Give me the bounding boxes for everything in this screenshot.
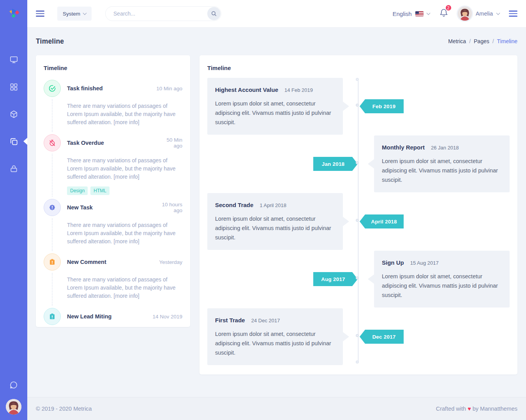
activity-tags: Design HTML: [67, 186, 182, 195]
event-text: Lorem ipsum dolor sit amet, consectetur …: [382, 156, 502, 185]
event-box-arrow: [343, 332, 349, 341]
event-box-arrow: [368, 274, 374, 284]
us-flag-icon: [415, 11, 424, 16]
timeline-event-box: First Trade 24 Dec 2017 Lorem ipsum dolo…: [207, 308, 343, 365]
language-selector[interactable]: English: [392, 11, 429, 17]
active-item-arrow: [23, 138, 27, 145]
breadcrumb-separator: /: [492, 38, 494, 44]
system-dropdown[interactable]: System: [57, 7, 92, 21]
timeline-date-badge: Jan 2018: [313, 157, 358, 171]
topbar: System English 2: [27, 0, 526, 27]
timeline-date-badge: Aug 2017: [313, 272, 358, 286]
copyright-text: © 2019 - 2020 Metrica: [36, 406, 92, 412]
activity-title: New Task: [67, 204, 93, 211]
event-date: 26 Jan 2018: [431, 145, 459, 151]
breadcrumb-separator: /: [469, 38, 471, 44]
sidebar-nav: [0, 46, 27, 182]
timeline-end-dot: [356, 78, 359, 81]
event-text: Lorem ipsum dolor sit amet, consectetur …: [215, 214, 335, 242]
sidebar-item-authentication[interactable]: [0, 155, 27, 182]
chevron-down-icon: [83, 11, 87, 15]
search-button[interactable]: [207, 7, 221, 20]
activity-time: 10 hours ago: [158, 202, 182, 213]
list-item: Task Overdue 50 Min ago There are many v…: [44, 134, 182, 199]
activity-time: 50 Min ago: [158, 137, 182, 149]
pages-copy-icon: [9, 137, 18, 146]
event-date: 15 Aug 2017: [410, 260, 439, 266]
package-icon: [9, 110, 18, 119]
monitor-icon: [9, 55, 18, 64]
event-box-arrow: [368, 159, 374, 169]
event-title: Monthly Report: [382, 144, 425, 151]
language-label: English: [392, 11, 411, 17]
timeline-event-box: Second Trade 1 April 2018 Lorem ipsum do…: [207, 193, 343, 250]
timeline-node-dot: [356, 104, 359, 107]
tag-badge: Design: [67, 186, 88, 195]
system-dropdown-label: System: [63, 11, 80, 17]
activity-time: Yesterday: [159, 259, 182, 265]
list-item: New Comment Yesterday There are many var…: [44, 253, 182, 308]
chevron-down-icon: [496, 11, 500, 15]
breadcrumb-section[interactable]: Pages: [474, 38, 489, 44]
breadcrumb-root[interactable]: Metrica: [448, 38, 466, 44]
search-bar: [105, 6, 221, 21]
timeline-connector: [52, 273, 53, 306]
footer: © 2019 - 2020 Metrica Crafted with♥by Ma…: [27, 397, 526, 420]
timeline-event-box: Sign Up 15 Aug 2017 Lorem ipsum dolor si…: [374, 251, 510, 308]
event-box-arrow: [343, 217, 349, 226]
timeline-axis: [358, 81, 359, 363]
user-avatar: [458, 7, 472, 21]
timeline-event-box: Highest Account Value 14 Feb 2019 Lorem …: [207, 78, 343, 135]
chat-button[interactable]: [9, 380, 18, 391]
topbar-right: English 2: [392, 7, 526, 21]
event-title: First Trade: [215, 317, 245, 323]
timeline-date-badge: April 2018: [360, 214, 404, 228]
lock-icon: [9, 164, 18, 173]
event-text: Lorem ipsum dolor sit amet, consectetur …: [215, 99, 335, 127]
search-input[interactable]: [105, 6, 221, 21]
user-name: Amelia: [476, 11, 493, 17]
notifications-button[interactable]: 2: [439, 8, 448, 19]
activity-text: There are many variations of passages of…: [67, 221, 182, 246]
timeline-connector: [52, 99, 53, 132]
timeline-connector: [52, 218, 53, 251]
tag-badge: HTML: [90, 186, 109, 195]
timeline-node-dot: [356, 219, 359, 222]
timeline-end-dot: [356, 360, 359, 364]
timeline-node-dot: [356, 276, 359, 279]
list-item: Task finished 10 Min ago There are many …: [44, 80, 182, 134]
menu-toggle-button[interactable]: [36, 9, 44, 18]
user-menu[interactable]: Amelia: [458, 7, 500, 21]
timeline-date-badge: Dec 2017: [360, 330, 404, 344]
timeline-node-dot: [356, 161, 359, 164]
sidebar-profile-avatar[interactable]: [6, 399, 21, 415]
clipboard-alert-icon: [44, 253, 61, 271]
notification-count-badge: 2: [445, 4, 452, 11]
breadcrumb-current: Timeline: [497, 38, 517, 44]
sidebar-item-widgets[interactable]: [0, 73, 27, 100]
sidebar-item-dashboard[interactable]: [0, 46, 27, 73]
chat-bubble-icon: [9, 380, 18, 390]
activity-time: 10 Min ago: [156, 86, 182, 91]
page-title: Timeline: [36, 37, 64, 46]
card-title: Timeline: [44, 65, 182, 71]
heart-icon: ♥: [468, 406, 471, 412]
activity-text: There are many variations of passages of…: [67, 276, 182, 300]
event-date: 24 Dec 2017: [251, 318, 280, 323]
grid-icon: [9, 83, 18, 91]
app-logo[interactable]: [0, 0, 27, 27]
settings-toggle-button[interactable]: [509, 9, 517, 19]
card-title: Timeline: [207, 65, 231, 71]
timeline-date-badge: Feb 2019: [360, 99, 404, 113]
sidebar-item-components[interactable]: [0, 100, 27, 128]
credit-text: Crafted with♥by Mannatthemes: [436, 406, 517, 412]
events-timeline-card: Timeline Highest Account Value 14 Feb 20…: [199, 55, 517, 374]
event-date: 1 April 2018: [259, 202, 286, 208]
sidebar-item-pages[interactable]: [0, 128, 27, 155]
sidebar: [0, 0, 27, 420]
timeline-connector: [52, 154, 53, 197]
breadcrumb: Metrica / Pages / Timeline: [448, 38, 517, 44]
activity-text: There are many variations of passages of…: [67, 156, 182, 181]
timeline-node-dot: [356, 334, 359, 337]
activity-title: Task Overdue: [67, 140, 104, 146]
